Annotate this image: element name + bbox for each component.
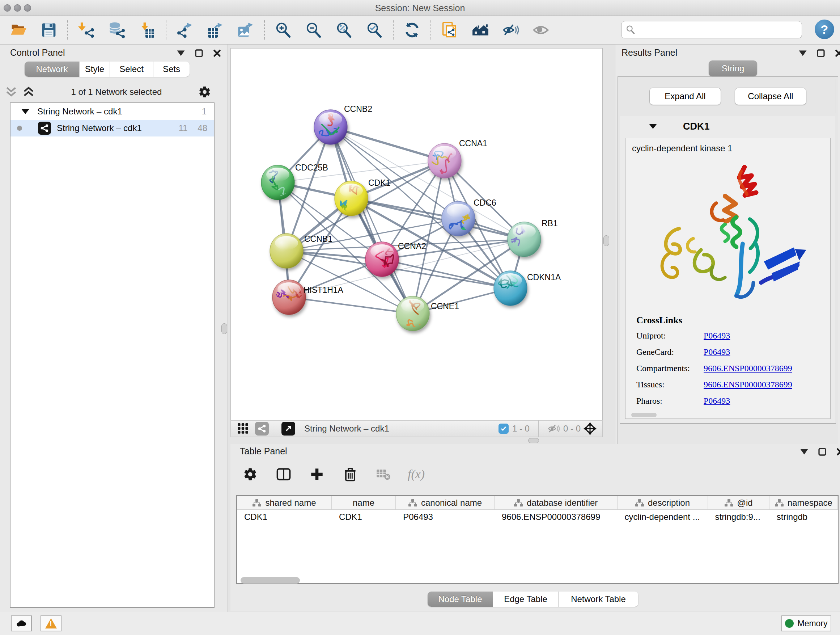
zoom-fit-button[interactable] <box>335 21 353 39</box>
network-row[interactable]: String Network – cdk1 11 48 <box>11 120 214 136</box>
help-button[interactable]: ? <box>815 19 834 39</box>
create-column-button[interactable] <box>308 465 326 483</box>
float-panel-icon[interactable] <box>816 49 825 57</box>
save-session-button[interactable] <box>40 21 58 39</box>
collection-expander-icon[interactable] <box>21 109 29 114</box>
selected-checkbox[interactable] <box>499 424 508 434</box>
crosslink-link[interactable]: P06493 <box>704 347 730 357</box>
close-panel-icon[interactable] <box>213 49 221 57</box>
duplicate-network-button[interactable] <box>441 21 459 39</box>
collapse-all-button[interactable]: Collapse All <box>735 88 806 105</box>
hide-unhide-button[interactable] <box>501 21 519 39</box>
float-panel-icon[interactable] <box>818 448 827 456</box>
export-image-button[interactable] <box>237 21 255 39</box>
birdseye-button[interactable] <box>581 421 600 437</box>
network-thumbnail-button[interactable] <box>254 421 270 437</box>
crosslink-link[interactable]: 9606.ENSP00000378699 <box>704 363 792 373</box>
import-table-button[interactable] <box>138 21 156 39</box>
column-header-canonical-name[interactable]: canonical name <box>396 496 494 509</box>
detach-view-button[interactable] <box>280 421 296 437</box>
network-node-CCNE1[interactable] <box>396 292 429 331</box>
panel-menu-icon[interactable] <box>798 49 807 57</box>
close-panel-icon[interactable] <box>836 448 840 456</box>
network-node-HIST1H1A[interactable] <box>272 280 306 315</box>
crosslink-link[interactable]: P06493 <box>704 331 730 340</box>
column-header-database-identifier[interactable]: database identifier <box>494 496 617 509</box>
float-panel-icon[interactable] <box>195 49 203 57</box>
collapse-all-icon[interactable] <box>5 87 17 97</box>
cloud-button[interactable] <box>11 616 32 631</box>
grid-view-button[interactable] <box>236 421 250 436</box>
scrollbar-thumb[interactable] <box>631 413 657 417</box>
crosslink-link[interactable]: 9606.ENSP00000378699 <box>704 380 792 390</box>
import-network-file-button[interactable] <box>77 21 95 39</box>
column-header-name[interactable]: name <box>332 496 396 509</box>
network-options-gear-icon[interactable] <box>198 86 211 98</box>
network-node-CCNB1[interactable] <box>270 233 303 268</box>
tab-edge-table[interactable]: Edge Table <box>493 592 559 607</box>
zoom-in-button[interactable] <box>274 21 292 39</box>
tab-string[interactable]: String <box>709 60 757 76</box>
table-cell[interactable]: 9606.ENSP00000378699 <box>494 510 617 525</box>
horizontal-scrollbar-thumb[interactable] <box>240 577 300 584</box>
column-header-description[interactable]: description <box>617 496 708 509</box>
network-node-CCNA1[interactable] <box>427 143 461 178</box>
table-cell[interactable]: stringdb:9... <box>707 510 769 525</box>
tab-sets[interactable]: Sets <box>153 62 189 77</box>
zoom-selected-button[interactable] <box>365 21 384 39</box>
bottom-splitter-grip[interactable] <box>528 438 539 443</box>
open-session-button[interactable] <box>9 21 27 39</box>
table-options-button[interactable] <box>241 465 259 483</box>
delete-column-button[interactable] <box>341 465 359 483</box>
gene-card-header[interactable]: CDK1 <box>620 116 836 136</box>
zoom-out-button[interactable] <box>305 21 323 39</box>
table-cell[interactable]: cyclin-dependent ... <box>617 510 708 525</box>
status-bar: Memory <box>0 612 840 635</box>
export-table-button[interactable] <box>206 21 224 39</box>
network-graph[interactable]: CCNB2CCNA1CDC25BCDK1CDC6RB1CCNB1CCNA2CDK… <box>231 49 602 420</box>
apply-layout-button[interactable] <box>403 21 421 39</box>
import-network-database-button[interactable] <box>108 21 126 39</box>
table-cell[interactable]: CDK1 <box>332 510 396 525</box>
network-node-RB1[interactable] <box>508 222 541 257</box>
network-node-CDK1[interactable] <box>328 181 368 216</box>
delete-table-button[interactable] <box>374 465 393 483</box>
tab-select[interactable]: Select <box>110 62 153 77</box>
tab-network-table[interactable]: Network Table <box>559 592 638 607</box>
close-panel-icon[interactable] <box>835 49 840 57</box>
tab-node-table[interactable]: Node Table <box>428 592 493 607</box>
network-canvas[interactable]: CCNB2CCNA1CDC25BCDK1CDC6RB1CCNB1CCNA2CDK… <box>231 48 603 420</box>
table-cell[interactable]: CDK1 <box>237 510 332 525</box>
memory-button[interactable]: Memory <box>782 616 831 631</box>
network-node-CDC25B[interactable] <box>261 165 294 200</box>
tab-style[interactable]: Style <box>80 62 110 77</box>
left-splitter-grip[interactable] <box>221 323 227 334</box>
table-row[interactable]: CDK1CDK1P064939606.ENSP00000378699cyclin… <box>237 510 838 525</box>
expand-all-icon[interactable] <box>22 87 35 97</box>
column-header-shared-name[interactable]: shared name <box>237 496 332 509</box>
control-panel-tabs: NetworkStyleSelectSets <box>25 62 189 77</box>
node-label-CDKN1A: CDKN1A <box>527 272 561 282</box>
function-builder-button[interactable]: f(x) <box>408 467 425 481</box>
panel-menu-icon[interactable] <box>800 448 808 456</box>
show-columns-button[interactable] <box>275 465 293 483</box>
column-header--id[interactable]: @id <box>708 496 769 509</box>
table-cell[interactable]: stringdb <box>769 510 838 525</box>
network-node-CCNB2[interactable] <box>313 110 347 144</box>
network-collection-row[interactable]: String Network – cdk1 1 <box>11 103 214 120</box>
gene-expander-icon[interactable] <box>649 124 657 129</box>
export-network-button[interactable] <box>176 21 194 39</box>
column-header-namespace[interactable]: namespace <box>769 496 838 509</box>
right-splitter-grip[interactable] <box>603 235 609 246</box>
crosslink-link[interactable]: P06493 <box>704 396 730 406</box>
string-home-button[interactable] <box>471 21 489 39</box>
title-bar: Session: New Session <box>0 0 840 16</box>
warnings-button[interactable] <box>41 616 62 631</box>
network-view-toolbar: String Network – cdk1 1 - 0 0 - 0 <box>231 420 603 437</box>
tab-network[interactable]: Network <box>25 62 80 77</box>
show-graphics-button[interactable] <box>532 21 550 39</box>
expand-all-button[interactable]: Expand All <box>649 88 721 105</box>
search-input[interactable] <box>638 25 797 35</box>
table-cell[interactable]: P06493 <box>396 510 494 525</box>
panel-menu-icon[interactable] <box>177 49 185 57</box>
